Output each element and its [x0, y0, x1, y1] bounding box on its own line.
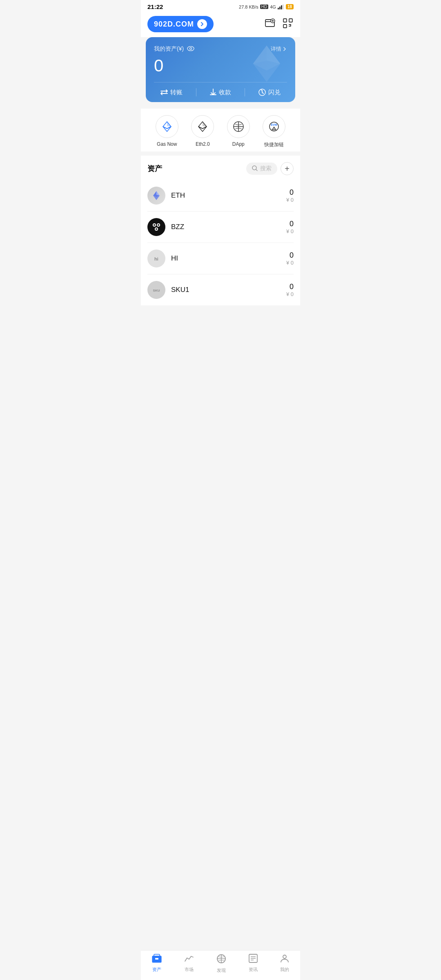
header-actions	[264, 18, 294, 31]
asset-label: 我的资产(¥)	[154, 45, 184, 53]
assets-nav-label: 资产	[152, 967, 161, 973]
eth-fiat: ¥ 0	[286, 197, 294, 203]
transfer-label: 转账	[170, 89, 183, 96]
add-wallet-icon[interactable]	[264, 18, 276, 31]
eye-icon[interactable]	[187, 45, 194, 53]
assets-nav-icon	[152, 954, 162, 965]
eth-name: ETH	[171, 192, 286, 200]
quick-item-dapp[interactable]: DApp	[227, 115, 250, 148]
svg-rect-0	[278, 8, 279, 9]
sku1-balance: 0 ¥ 0	[286, 283, 294, 297]
svg-marker-18	[163, 127, 171, 131]
sku1-avatar: SKU	[147, 281, 165, 299]
nav-item-market[interactable]: 市场	[184, 954, 194, 973]
add-asset-button[interactable]: +	[281, 162, 294, 175]
brand-arrow-icon	[197, 19, 207, 29]
quick-item-eth2[interactable]: Eth2.0	[191, 115, 214, 148]
brand-pill[interactable]: 902D.COM	[147, 16, 214, 32]
market-nav-icon	[184, 954, 194, 965]
asset-label-row: 我的资产(¥)	[154, 45, 194, 53]
speed-text: 27.8 KB/s	[239, 4, 258, 9]
bzz-name: BZZ	[171, 223, 286, 231]
svg-text:EVM: EVM	[271, 123, 277, 126]
eth2-icon-circle	[191, 115, 214, 138]
status-bar: 21:22 27.8 KB/s HD 4G 18	[141, 0, 300, 12]
svg-point-10	[187, 47, 194, 51]
asset-row-sku1[interactable]: SKU SKU1 0 ¥ 0	[147, 274, 294, 305]
hi-amount: 0	[286, 251, 294, 260]
status-time: 21:22	[147, 3, 163, 10]
sku1-amount: 0	[286, 283, 294, 291]
svg-point-39	[158, 224, 159, 226]
asset-row-hi[interactable]: hi HI 0 ¥ 0	[147, 243, 294, 274]
svg-rect-9	[283, 24, 287, 28]
eth-watermark	[246, 43, 287, 86]
sku1-name: SKU1	[171, 286, 286, 294]
svg-marker-14	[267, 46, 280, 64]
quick-icons-section: Gas Now Eth2.0	[141, 109, 300, 151]
hi-name: HI	[171, 254, 286, 263]
dapp-label: DApp	[232, 141, 245, 147]
svg-text:SKU: SKU	[153, 289, 160, 292]
gas-now-label: Gas Now	[157, 141, 177, 147]
svg-rect-2	[281, 5, 282, 9]
receive-button[interactable]: 收款	[210, 89, 231, 96]
bzz-amount: 0	[286, 220, 294, 228]
gas-now-icon-circle	[156, 115, 178, 138]
svg-point-38	[154, 224, 155, 226]
nav-item-discover[interactable]: 发现	[216, 954, 226, 973]
scan-icon[interactable]	[282, 18, 294, 31]
svg-marker-21	[198, 127, 207, 131]
svg-rect-3	[283, 4, 284, 9]
hi-balance: 0 ¥ 0	[286, 251, 294, 266]
nav-item-news[interactable]: 资讯	[249, 954, 258, 973]
svg-line-31	[256, 169, 257, 171]
divider-1	[196, 88, 196, 96]
search-box[interactable]: 搜索	[246, 163, 277, 175]
transfer-button[interactable]: 转账	[160, 89, 183, 96]
status-icons: 27.8 KB/s HD 4G 18	[239, 4, 294, 9]
signal-icon	[278, 4, 284, 9]
bzz-fiat: ¥ 0	[286, 228, 294, 234]
hi-fiat: ¥ 0	[286, 260, 294, 266]
nav-item-profile[interactable]: 我的	[280, 954, 289, 973]
svg-point-40	[156, 228, 157, 230]
network-text: 4G	[270, 4, 276, 9]
sku1-fiat: ¥ 0	[286, 291, 294, 297]
flash-button[interactable]: 闪兑	[258, 89, 281, 96]
hd-badge: HD	[260, 4, 268, 9]
news-nav-icon	[249, 954, 258, 965]
search-icon	[252, 165, 258, 172]
svg-rect-47	[155, 958, 158, 960]
profile-nav-icon	[280, 954, 289, 965]
profile-nav-label: 我的	[280, 967, 289, 973]
svg-point-55	[283, 955, 286, 958]
quick-item-gas-now[interactable]: Gas Now	[156, 115, 178, 148]
nav-item-assets[interactable]: 资产	[152, 954, 162, 973]
eth-amount: 0	[286, 188, 294, 197]
assets-section: 资产 搜索 +	[141, 156, 300, 305]
receive-label: 收款	[219, 89, 231, 96]
hi-avatar: hi	[147, 249, 165, 267]
quick-item-add-chain[interactable]: EVM 快捷加链	[263, 115, 285, 148]
svg-rect-7	[283, 19, 287, 22]
dapp-icon-circle	[227, 115, 250, 138]
svg-marker-15	[253, 46, 267, 64]
eth-balance: 0 ¥ 0	[286, 188, 294, 203]
discover-nav-label: 发现	[217, 967, 226, 973]
app-header: 902D.COM	[141, 12, 300, 37]
eth2-label: Eth2.0	[196, 141, 210, 147]
bzz-balance: 0 ¥ 0	[286, 220, 294, 234]
svg-text:hi: hi	[154, 256, 158, 261]
assets-header: 资产 搜索 +	[147, 156, 294, 180]
battery-badge: 18	[286, 4, 294, 9]
asset-row-bzz[interactable]: BZZ 0 ¥ 0	[147, 212, 294, 243]
bzz-avatar	[147, 218, 165, 236]
add-chain-icon-circle: EVM	[263, 115, 285, 138]
asset-row-eth[interactable]: ETH 0 ¥ 0	[147, 180, 294, 212]
assets-title: 资产	[147, 164, 162, 174]
svg-rect-1	[279, 7, 281, 9]
bottom-nav: 资产 市场 发现	[141, 950, 300, 980]
svg-point-11	[190, 48, 192, 50]
asset-card: 我的资产(¥) 详情 0	[146, 37, 295, 102]
